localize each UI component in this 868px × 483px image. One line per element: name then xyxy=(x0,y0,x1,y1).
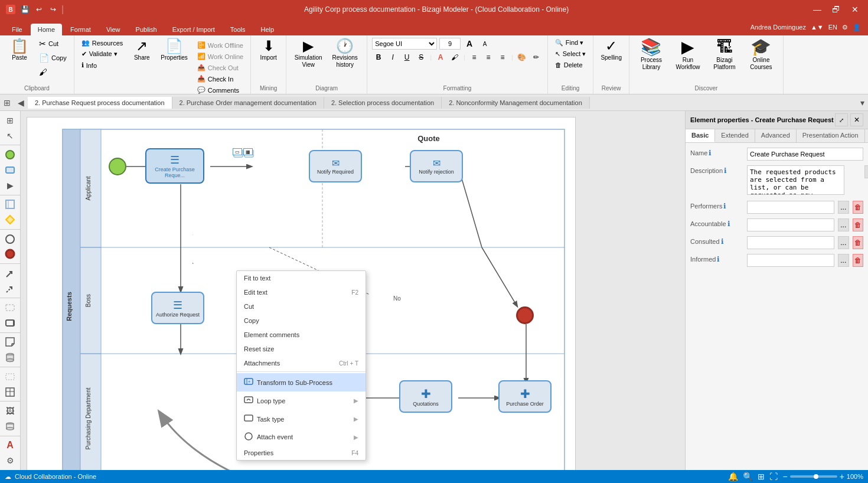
table-tool-btn[interactable] xyxy=(2,385,18,399)
ctx-attachments[interactable]: Attachments Ctrl + T xyxy=(237,356,366,370)
ctx-reset-size[interactable]: Reset size xyxy=(237,342,366,356)
strikethrough-btn[interactable]: S xyxy=(415,52,428,63)
diamond-tool-btn[interactable] xyxy=(2,213,18,227)
task-create-purchase-request[interactable]: ☰ Create Purchase Reque... xyxy=(145,148,204,184)
props-expand-btn[interactable]: ⤢ xyxy=(835,113,848,126)
zoom-in-btn[interactable]: + xyxy=(840,472,844,481)
name-input[interactable] xyxy=(747,148,863,161)
task-quotations[interactable]: ✚ Quotations xyxy=(399,380,452,413)
tab-tools[interactable]: Tools xyxy=(223,24,253,35)
props-close-btn[interactable]: ✕ xyxy=(850,113,863,126)
gear-tool-btn[interactable]: ⚙ xyxy=(2,453,18,468)
font-size-input[interactable] xyxy=(439,38,461,50)
circle-tool-btn[interactable] xyxy=(2,148,18,162)
cylinder-tool-btn[interactable] xyxy=(2,350,18,364)
nav-back-btn[interactable]: ◀ xyxy=(14,94,28,111)
format-painter-btn[interactable]: 🖌 xyxy=(37,66,69,78)
italic-btn[interactable]: I xyxy=(386,52,399,63)
validate-btn[interactable]: ✔ Validate ▾ xyxy=(79,49,126,59)
text-tool-btn[interactable]: A xyxy=(2,439,18,453)
consulted-delete-btn[interactable]: 🗑 xyxy=(853,236,864,249)
rect-dashed2-btn[interactable] xyxy=(2,370,18,384)
description-textarea[interactable]: The requested products are selected from… xyxy=(747,165,844,195)
start-event[interactable] xyxy=(109,158,126,175)
dashed-arrow-btn[interactable] xyxy=(2,282,18,296)
tab-file[interactable]: File xyxy=(5,24,30,35)
work-offline-btn[interactable]: 📴 Work Offline xyxy=(195,40,246,50)
zoom-slider[interactable] xyxy=(790,475,837,478)
props-tab-extended[interactable]: Extended xyxy=(715,129,755,142)
rect-dashed-btn[interactable] xyxy=(2,301,18,315)
minimize-btn[interactable]: — xyxy=(809,4,825,15)
select-btn[interactable]: ↖ Select ▾ xyxy=(553,49,589,59)
highlight-btn[interactable]: 🖌 xyxy=(448,52,461,63)
ctx-attach-event[interactable]: Attach event ▶ xyxy=(237,428,366,446)
tab-view[interactable]: View xyxy=(99,24,128,35)
props-tab-presentation[interactable]: Presentation Action xyxy=(797,129,865,142)
tab-nonconformity[interactable]: 2. Nonconformity Management documentatio… xyxy=(442,97,590,109)
tab-purchase-request[interactable]: 2. Purchase Request process documentatio… xyxy=(28,97,172,109)
align-right-btn[interactable]: ≡ xyxy=(496,52,509,63)
notification-btn[interactable]: 🔔 xyxy=(728,472,738,481)
ctx-cut[interactable]: Cut xyxy=(237,299,366,314)
ctx-edit-text[interactable]: Edit text F2 xyxy=(237,285,366,299)
run-workflow-btn[interactable]: ▶ Run Workflow xyxy=(671,38,705,72)
align-left-btn[interactable]: ≡ xyxy=(468,52,481,63)
underline-btn[interactable]: U xyxy=(400,52,413,63)
image-tool-btn[interactable]: 🖼 xyxy=(2,404,18,418)
ctx-fit-to-text[interactable]: Fit to text xyxy=(237,271,366,285)
task-authorize-request[interactable]: ☰ Authorize Request xyxy=(151,292,204,324)
ctx-transform-subprocess[interactable]: + Transform to Sub-Process xyxy=(237,373,366,391)
process-library-btn[interactable]: 📚 Process Library xyxy=(634,38,668,72)
cut-btn[interactable]: ✂ Cut xyxy=(37,38,69,50)
informed-input[interactable] xyxy=(747,254,834,267)
check-in-btn[interactable]: 📥 Check In xyxy=(195,74,246,84)
performers-delete-btn[interactable]: 🗑 xyxy=(853,201,864,214)
bizagi-platform-btn[interactable]: 🏗 Bizagi Platform xyxy=(707,38,742,72)
task-notify-required[interactable]: ✉ Notify Required xyxy=(309,150,362,182)
consulted-browse-btn[interactable]: ... xyxy=(838,236,849,249)
performers-input[interactable] xyxy=(747,201,834,214)
redo-quick-btn[interactable]: ↪ xyxy=(47,4,59,15)
info-btn[interactable]: ℹ Info xyxy=(79,60,126,70)
ctx-loop-type[interactable]: Loop type ▶ xyxy=(237,391,366,410)
bold-btn[interactable]: B xyxy=(372,52,385,63)
pool-tool-btn[interactable] xyxy=(2,197,18,211)
end-event-btn[interactable] xyxy=(2,232,18,246)
ctx-properties[interactable]: Properties F4 xyxy=(237,446,366,460)
font-color-btn[interactable]: A xyxy=(434,52,447,63)
tab-home[interactable]: Home xyxy=(31,24,62,35)
decrease-font-btn[interactable]: A xyxy=(478,38,491,49)
accountable-delete-btn[interactable]: 🗑 xyxy=(853,218,864,231)
informed-browse-btn[interactable]: ... xyxy=(838,254,849,267)
tab-help[interactable]: Help xyxy=(253,24,281,35)
align-center-btn[interactable]: ≡ xyxy=(482,52,495,63)
share-btn[interactable]: ↗ Share xyxy=(130,38,154,63)
ctx-task-type[interactable]: Task type ▶ xyxy=(237,410,366,428)
accountable-browse-btn[interactable]: ... xyxy=(838,218,849,231)
spelling-btn[interactable]: ✓ Spelling xyxy=(598,38,624,63)
delete-btn[interactable]: 🗑 Delete xyxy=(553,60,585,70)
paste-btn[interactable]: 📋 Paste xyxy=(5,38,34,63)
simulation-view-btn[interactable]: ▶ Simulation View xyxy=(291,38,325,70)
tab-overflow-btn[interactable]: ▾ xyxy=(857,94,868,111)
grid-status-btn[interactable]: ⊞ xyxy=(758,472,765,481)
revisions-history-btn[interactable]: 🕐 Revisions history xyxy=(328,38,362,70)
copy-btn[interactable]: 📄 Copy xyxy=(37,52,69,64)
close-btn[interactable]: ✕ xyxy=(847,4,863,15)
performers-browse-btn[interactable]: ... xyxy=(838,201,849,214)
select-tool-btn[interactable]: ↖ xyxy=(2,129,18,143)
task-purchase-order[interactable]: ✚ Purchase Order xyxy=(498,380,552,413)
arrow-tool-btn[interactable] xyxy=(2,266,18,280)
props-tab-basic[interactable]: Basic xyxy=(686,129,715,142)
consulted-input[interactable] xyxy=(747,236,834,249)
language-btn[interactable]: EN xyxy=(828,24,837,31)
ctx-copy[interactable]: Copy xyxy=(237,314,366,328)
chevron-right-btn[interactable]: ▶ xyxy=(2,178,18,192)
nav-home-btn[interactable]: ⊞ xyxy=(0,94,14,111)
grid-tool-btn[interactable]: ⊞ xyxy=(2,113,18,128)
task-notify-rejection[interactable]: ✉ Notify rejection xyxy=(410,150,463,182)
save-quick-btn[interactable]: 💾 xyxy=(19,4,31,15)
increase-font-btn[interactable]: A xyxy=(463,38,476,49)
rect-thick-btn[interactable] xyxy=(2,316,18,330)
